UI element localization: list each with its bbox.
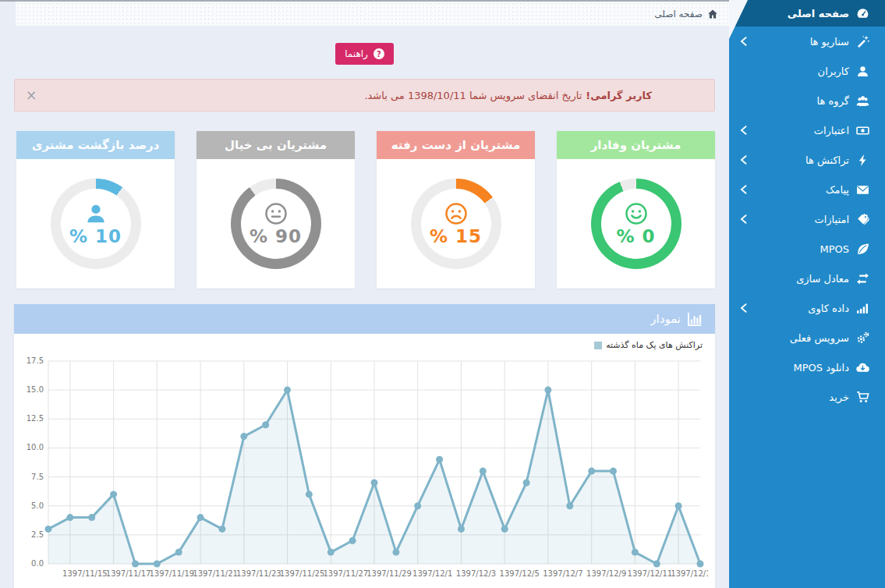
- svg-text:1397/12/1: 1397/12/1: [412, 569, 452, 578]
- exchange-icon: [856, 272, 869, 285]
- bar-chart-icon: [687, 311, 703, 327]
- svg-text:2.5: 2.5: [31, 530, 44, 539]
- svg-text:7.5: 7.5: [31, 473, 44, 481]
- svg-text:1397/12/7: 1397/12/7: [543, 569, 582, 578]
- alert-text: تاریخ انقضای سرویس شما 1398/10/11 می باش…: [364, 90, 582, 101]
- help-button[interactable]: ? راهنما: [335, 43, 394, 65]
- chevron-left-icon: [740, 185, 747, 194]
- chevron-left-icon: [740, 214, 747, 224]
- svg-text:17.5: 17.5: [27, 356, 44, 365]
- content: ? راهنما × کاربر گرامی! تاریخ انقضای سرو…: [0, 43, 729, 588]
- donut-percent-label: % 15: [430, 226, 482, 246]
- chart-panel-header: نمودار: [14, 304, 715, 334]
- sidebar-item-8[interactable]: MPOS: [729, 234, 885, 264]
- svg-text:1397/11/21: 1397/11/21: [193, 569, 238, 578]
- users-icon: [856, 94, 869, 108]
- legend-label: تراکنش های یک ماه گذشته: [606, 340, 703, 350]
- donut-chart: % 90: [231, 179, 321, 269]
- sidebar-item-13[interactable]: خرید: [729, 382, 885, 412]
- breadcrumb[interactable]: صفحه اصلی: [654, 9, 718, 19]
- svg-text:1397/11/25: 1397/11/25: [280, 569, 325, 578]
- money-icon: [856, 124, 869, 137]
- home-icon: [707, 9, 718, 19]
- breadcrumb-bar: صفحه اصلی: [16, 2, 729, 26]
- stat-card-2: مشتریان بی خیال % 90: [196, 131, 355, 289]
- chevron-left-icon: [740, 126, 747, 135]
- donut-percent-label: % 0: [616, 226, 655, 246]
- svg-text:0.0: 0.0: [31, 559, 44, 568]
- sidebar-item-6[interactable]: پیامک: [729, 175, 885, 204]
- sidebar-item-label: خرید: [829, 391, 849, 403]
- alert-close-button[interactable]: ×: [26, 89, 37, 102]
- donut-percent-label: % 10: [69, 226, 122, 246]
- expiry-alert: × کاربر گرامی! تاریخ انقضای سرویس شما 13…: [14, 79, 715, 112]
- stat-card-body: % 0: [557, 159, 715, 289]
- sidebar-item-12[interactable]: دانلود MPOS: [729, 352, 885, 382]
- chart-panel-title: نمودار: [650, 312, 681, 326]
- stat-card-title: درصد بازگشت مشتری: [16, 131, 175, 159]
- svg-text:1397/11/15: 1397/11/15: [62, 569, 108, 578]
- bolt-icon: [856, 154, 869, 167]
- svg-text:1397/11/19: 1397/11/19: [149, 569, 194, 578]
- transactions-line-chart: 0.02.55.07.510.012.515.017.51397/11/1513…: [22, 355, 707, 586]
- sidebar-item-label: سرویس فعلی: [790, 332, 849, 344]
- stat-card-body: % 15: [377, 159, 535, 289]
- stat-card-title: مشتریان از دست رفته: [377, 131, 535, 159]
- main-area: صفحه اصلی ? راهنما × کاربر گرامی! تاریخ …: [0, 0, 729, 588]
- svg-text:1397/11/27: 1397/11/27: [323, 569, 368, 578]
- donut-chart: % 0: [591, 179, 681, 269]
- stat-card-body: % 90: [196, 159, 355, 289]
- help-button-label: راهنما: [345, 48, 368, 59]
- envelope-icon: [856, 183, 869, 197]
- svg-text:1397/12/13: 1397/12/13: [671, 569, 708, 578]
- sidebar-item-label: اعتبارات: [814, 125, 849, 136]
- sidebar-item-2[interactable]: کاربران: [729, 56, 885, 86]
- svg-text:1397/12/5: 1397/12/5: [500, 569, 540, 578]
- donut-hole: % 15: [421, 189, 491, 259]
- sidebar-item-0[interactable]: صفحه اصلی: [729, 0, 885, 27]
- chart-panel: نمودار تراکنش های یک ماه گذشته 0.02.55.0…: [14, 304, 715, 588]
- help-row: ? راهنما: [14, 43, 715, 65]
- alert-bold-text: کاربر گرامی!: [586, 90, 652, 101]
- svg-text:1397/11/17: 1397/11/17: [106, 569, 151, 578]
- sidebar-item-7[interactable]: امتیازات: [729, 204, 885, 234]
- chart-bars-icon: [856, 302, 869, 315]
- sidebar-item-5[interactable]: تراکنش ها: [729, 145, 885, 175]
- sidebar-nav: صفحه اصلی سناریو ها کاربران گروه ها اعتب…: [729, 0, 885, 412]
- svg-text:1397/12/3: 1397/12/3: [456, 569, 496, 578]
- sidebar-item-label: دانلود MPOS: [793, 362, 849, 374]
- sidebar-item-label: پیامک: [826, 184, 849, 196]
- stat-card-3: درصد بازگشت مشتری % 10: [16, 131, 175, 289]
- sad-face-icon: [444, 202, 468, 225]
- gears-icon: [856, 331, 869, 345]
- sidebar-item-label: تراکنش ها: [805, 154, 849, 166]
- sidebar-item-10[interactable]: داده کاوی: [729, 293, 885, 323]
- stat-card-title: مشتریان وفادار: [557, 131, 715, 159]
- stat-card-body: % 10: [16, 159, 175, 289]
- svg-text:1397/11/29: 1397/11/29: [366, 569, 412, 578]
- sidebar-item-11[interactable]: سرویس فعلی: [729, 323, 885, 352]
- sidebar-item-label: MPOS: [820, 243, 849, 255]
- chart-panel-body: تراکنش های یک ماه گذشته 0.02.55.07.510.0…: [14, 334, 715, 586]
- sidebar-item-9[interactable]: معادل سازی: [729, 264, 885, 293]
- svg-text:1397/12/11: 1397/12/11: [628, 569, 673, 578]
- leaf-icon: [856, 243, 869, 256]
- chart-legend[interactable]: تراکنش های یک ماه گذشته: [22, 340, 707, 350]
- donut-hole: % 90: [241, 189, 311, 259]
- sidebar-item-1[interactable]: سناریو ها: [729, 27, 885, 56]
- stat-cards-row: مشتریان وفادار % 0 مشتریان از دست رفته %…: [14, 131, 715, 289]
- chevron-left-icon: [740, 303, 747, 313]
- svg-text:5.0: 5.0: [31, 501, 44, 510]
- sidebar: صفحه اصلی سناریو ها کاربران گروه ها اعتب…: [729, 0, 885, 588]
- svg-text:10.0: 10.0: [27, 443, 44, 452]
- cloud-download-icon: [856, 361, 869, 374]
- sidebar-item-label: کاربران: [818, 66, 849, 77]
- stat-card-1: مشتریان از دست رفته % 15: [377, 131, 535, 289]
- question-icon: ?: [373, 48, 384, 59]
- donut-chart: % 15: [411, 179, 501, 269]
- svg-text:12.5: 12.5: [27, 414, 44, 423]
- sidebar-item-3[interactable]: گروه ها: [729, 86, 885, 115]
- sidebar-item-label: معادل سازی: [796, 273, 849, 285]
- sidebar-item-4[interactable]: اعتبارات: [729, 115, 885, 145]
- donut-percent-label: % 90: [250, 226, 302, 246]
